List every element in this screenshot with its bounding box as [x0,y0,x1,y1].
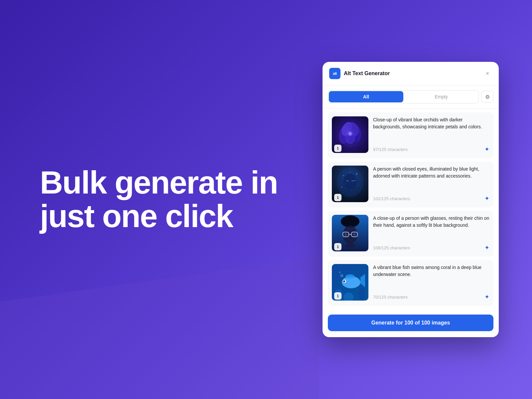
page-wrapper: Bulk generate in just one click alt Alt … [0,0,532,399]
image-meta: A close-up of a person with glasses, res… [373,215,489,251]
image-badge: 1 [334,243,341,250]
tab-empty[interactable]: Empty [404,90,478,103]
image-badge: 1 [334,292,341,300]
image-thumb-wrapper: 1 [332,264,368,302]
settings-button[interactable]: ⚙ [481,91,493,103]
alt-text: A vibrant blue fish swims among coral in… [373,264,489,291]
svg-point-32 [358,288,365,300]
settings-icon: ⚙ [485,94,490,100]
tab-all[interactable]: All [329,91,403,102]
regenerate-icon[interactable]: ✦ [484,146,489,153]
list-item: 1 A close-up of a person with glasses, r… [328,211,493,257]
window-title: Alt Text Generator [344,70,479,76]
image-thumb-wrapper: 1 [332,166,368,203]
panel-container: alt Alt Text Generator × All Empty ⚙ [323,62,499,337]
tab-group: All Empty [328,90,479,103]
svg-point-39 [343,281,344,281]
image-thumb-wrapper: 1 [332,215,368,253]
list-item: 1 Close-up of vibrant blue orchids with … [328,112,493,158]
app-logo-text: alt [333,71,336,75]
app-logo: alt [329,68,340,79]
char-row: 70/125 characters ✦ [373,293,489,301]
image-meta: Close-up of vibrant blue orchids with da… [373,116,489,153]
alt-text: A close-up of a person with glasses, res… [373,215,489,241]
char-count: 102/125 characters [373,196,410,201]
list-item: 1 A vibrant blue fish swims among coral … [328,260,493,306]
regenerate-icon[interactable]: ✦ [484,293,489,301]
filter-bar: All Empty ⚙ [323,85,499,108]
char-count: 108/125 characters [373,245,410,250]
image-badge: 1 [334,194,341,201]
image-list: 1 Close-up of vibrant blue orchids with … [323,108,499,310]
list-item: 1 A person with closed eyes, illuminated… [328,162,493,207]
char-row: 108/125 characters ✦ [373,244,489,251]
char-count: 70/125 characters [373,295,408,300]
image-meta: A vibrant blue fish swims among coral in… [373,264,489,301]
char-row: 102/125 characters ✦ [373,195,489,202]
image-badge: 1 [334,145,341,152]
hero-section: Bulk generate in just one click [0,166,323,233]
generate-btn-wrapper: Generate for 100 of 100 images [323,310,499,337]
app-window: alt Alt Text Generator × All Empty ⚙ [323,62,499,337]
svg-rect-29 [345,244,355,247]
image-meta: A person with closed eyes, illuminated b… [373,166,489,202]
hero-title: Bulk generate in just one click [40,166,303,233]
char-count: 97/125 characters [373,147,408,152]
window-header: alt Alt Text Generator × [323,62,499,85]
generate-button[interactable]: Generate for 100 of 100 images [328,315,493,331]
svg-point-27 [344,233,347,236]
char-row: 97/125 characters ✦ [373,146,489,153]
image-thumb-wrapper: 1 [332,116,368,154]
alt-text: A person with closed eyes, illuminated b… [373,166,489,192]
close-button[interactable]: × [483,69,492,78]
svg-point-20 [337,167,363,197]
alt-text: Close-up of vibrant blue orchids with da… [373,116,489,143]
regenerate-icon[interactable]: ✦ [484,244,489,251]
regenerate-icon[interactable]: ✦ [484,195,489,202]
svg-point-28 [353,233,356,236]
svg-point-8 [349,133,351,135]
